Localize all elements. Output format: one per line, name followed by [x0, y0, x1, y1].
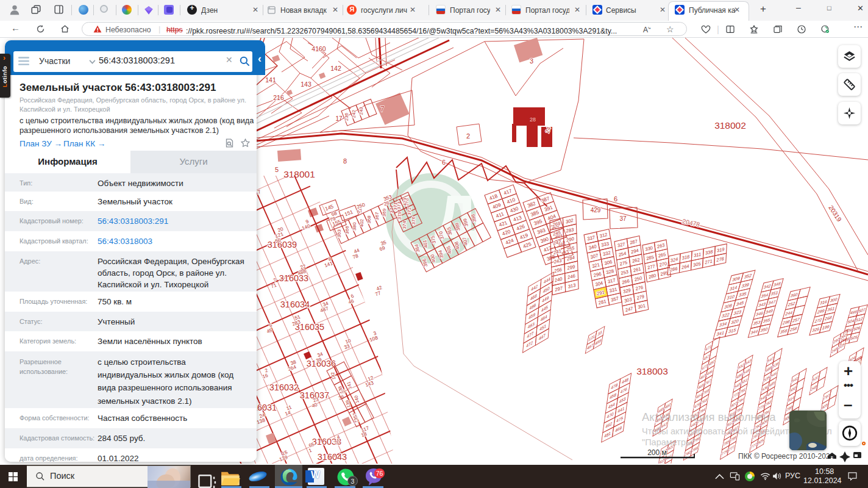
- svg-text:429: 429: [591, 207, 601, 214]
- svg-text:277: 277: [647, 264, 655, 271]
- svg-text:346: 346: [755, 310, 764, 317]
- svg-text:307: 307: [590, 253, 599, 260]
- svg-text:323: 323: [733, 309, 742, 316]
- svg-text:200 м: 200 м: [647, 448, 667, 457]
- svg-text:258: 258: [789, 326, 798, 332]
- svg-text:236: 236: [344, 112, 349, 121]
- svg-text:311: 311: [694, 251, 701, 259]
- svg-text:499: 499: [850, 309, 858, 315]
- svg-text:3: 3: [530, 57, 533, 65]
- svg-text:18: 18: [360, 431, 368, 439]
- svg-text:7: 7: [380, 105, 385, 113]
- svg-text:354: 354: [761, 292, 769, 299]
- svg-text:256: 256: [554, 267, 562, 274]
- svg-text:322: 322: [721, 312, 730, 318]
- svg-text:328: 328: [606, 268, 614, 276]
- svg-text:257: 257: [792, 317, 800, 323]
- svg-text:363: 363: [336, 229, 342, 238]
- svg-text:262: 262: [632, 257, 640, 264]
- svg-text:424: 424: [505, 237, 515, 246]
- svg-text:368: 368: [366, 215, 372, 224]
- svg-text:326: 326: [811, 326, 820, 333]
- svg-text:199: 199: [822, 324, 830, 331]
- svg-text:423: 423: [402, 198, 408, 206]
- svg-text:310: 310: [727, 293, 736, 300]
- svg-text:337: 337: [586, 235, 595, 242]
- svg-text:344: 344: [750, 328, 758, 335]
- svg-text:139: 139: [344, 400, 352, 408]
- svg-text:318001: 318001: [283, 169, 315, 179]
- svg-text:28: 28: [530, 117, 536, 123]
- svg-text:140: 140: [353, 395, 360, 404]
- svg-text:417: 417: [503, 187, 513, 196]
- svg-text:243: 243: [554, 257, 562, 265]
- svg-text:71: 71: [270, 282, 277, 290]
- svg-text:341: 341: [716, 330, 725, 337]
- svg-text:353: 353: [753, 320, 761, 326]
- svg-text:316032: 316032: [269, 382, 299, 392]
- svg-text:67: 67: [356, 208, 363, 215]
- svg-text:312: 312: [599, 232, 608, 239]
- svg-text:301: 301: [638, 303, 646, 310]
- svg-text:246: 246: [567, 273, 575, 281]
- svg-text:387: 387: [540, 195, 550, 204]
- svg-text:340: 340: [588, 243, 597, 251]
- svg-text:216: 216: [273, 94, 284, 101]
- svg-text:335: 335: [738, 291, 747, 298]
- svg-text:349: 349: [765, 308, 774, 315]
- svg-text:425: 425: [522, 241, 532, 249]
- svg-text:430: 430: [509, 205, 519, 214]
- svg-text:376: 376: [411, 217, 416, 225]
- svg-text:352: 352: [744, 273, 753, 279]
- svg-text:8: 8: [343, 157, 347, 165]
- svg-text:140: 140: [301, 223, 311, 231]
- svg-text:263: 263: [656, 242, 664, 249]
- svg-text:295: 295: [660, 270, 668, 277]
- svg-text:304: 304: [595, 280, 604, 287]
- svg-text:420: 420: [501, 228, 511, 237]
- svg-text:138: 138: [256, 417, 266, 425]
- svg-text:319: 319: [717, 246, 725, 254]
- svg-text:426: 426: [516, 223, 526, 232]
- svg-text:142: 142: [330, 371, 337, 380]
- svg-text:305: 305: [693, 261, 701, 268]
- svg-text:316043: 316043: [318, 452, 347, 462]
- svg-text:369: 369: [382, 208, 387, 217]
- svg-text:360: 360: [790, 292, 799, 298]
- svg-text:141: 141: [346, 381, 353, 390]
- svg-text:512: 512: [855, 317, 863, 322]
- svg-text:343: 343: [758, 301, 766, 308]
- svg-text:5: 5: [275, 166, 279, 173]
- svg-text:391: 391: [544, 204, 554, 212]
- svg-text:382: 382: [527, 200, 537, 209]
- svg-text:316039: 316039: [268, 240, 297, 249]
- svg-text:327: 327: [617, 242, 625, 249]
- svg-text:332: 332: [602, 250, 611, 257]
- svg-text:409: 409: [491, 201, 502, 210]
- svg-text:294: 294: [631, 248, 639, 255]
- svg-text:271: 271: [705, 258, 713, 265]
- svg-text:351: 351: [770, 290, 779, 296]
- svg-text:330: 330: [645, 245, 653, 253]
- svg-text:374: 374: [402, 221, 407, 229]
- svg-text:317: 317: [607, 278, 616, 285]
- svg-text:243: 243: [358, 107, 364, 115]
- svg-text:ПКК © Росреестр 2010-2024: ПКК © Росреестр 2010-2024: [738, 452, 834, 461]
- svg-text:1: 1: [308, 447, 313, 453]
- svg-text:69: 69: [379, 245, 386, 253]
- svg-text:287: 287: [630, 239, 638, 246]
- svg-text:78: 78: [352, 253, 359, 260]
- svg-text:334: 334: [719, 321, 728, 328]
- svg-text:418: 418: [488, 193, 499, 201]
- svg-text:410: 410: [506, 196, 516, 205]
- svg-text:379: 379: [397, 211, 402, 220]
- svg-text:272: 272: [814, 317, 822, 324]
- svg-text:279: 279: [636, 293, 644, 301]
- svg-text:139: 139: [279, 454, 288, 462]
- svg-text:250: 250: [634, 275, 642, 282]
- svg-text:318: 318: [682, 254, 690, 261]
- svg-text:302: 302: [566, 218, 574, 225]
- svg-text:299: 299: [567, 264, 575, 271]
- svg-text:345: 345: [736, 300, 745, 307]
- svg-text:380: 380: [352, 222, 357, 231]
